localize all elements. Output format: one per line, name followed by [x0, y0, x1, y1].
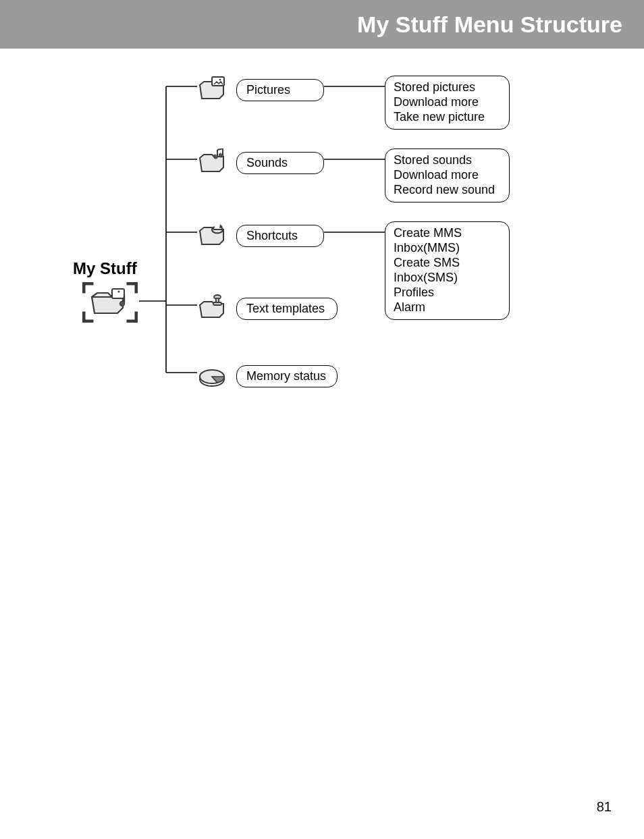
- menu-structure-diagram: My Stuff Pictures S: [0, 67, 644, 405]
- submenu-item: Take new picture: [394, 110, 501, 125]
- category-label: Sounds: [236, 152, 324, 174]
- svg-rect-0: [112, 289, 124, 298]
- submenu-item: Profiles: [394, 286, 501, 300]
- submenu-item: Stored pictures: [394, 80, 501, 95]
- svg-point-5: [214, 155, 217, 159]
- category-label: Shortcuts: [236, 225, 324, 247]
- submenu-item: Download more: [394, 95, 501, 110]
- submenu-item: Record new sound: [394, 183, 501, 198]
- my-stuff-icon: [82, 282, 138, 323]
- folder-arrow-icon: [197, 221, 230, 250]
- category-label: Text templates: [236, 298, 338, 320]
- folder-music-icon: [197, 148, 230, 177]
- submenu-item: Create MMS: [394, 226, 501, 241]
- category-memory-status: Memory status: [197, 362, 338, 390]
- submenu-sounds: Stored sounds Download more Record new s…: [385, 148, 510, 202]
- svg-point-1: [118, 291, 120, 293]
- category-label: Pictures: [236, 79, 324, 101]
- submenu-item: Create SMS: [394, 256, 501, 271]
- category-text-templates: Text templates: [197, 294, 338, 323]
- submenu-shortcuts: Create MMS Inbox(MMS) Create SMS Inbox(S…: [385, 221, 510, 320]
- submenu-item: Inbox(SMS): [394, 271, 501, 286]
- page-title: My Stuff Menu Structure: [357, 11, 622, 38]
- submenu-item: Inbox(MMS): [394, 241, 501, 256]
- svg-point-2: [120, 302, 124, 306]
- category-label: Memory status: [236, 365, 338, 387]
- submenu-item: Alarm: [394, 300, 501, 315]
- folder-stamp-icon: [197, 294, 230, 323]
- category-sounds: Sounds: [197, 148, 324, 177]
- submenu-item: Download more: [394, 168, 501, 183]
- category-shortcuts: Shortcuts: [197, 221, 324, 250]
- svg-rect-9: [213, 302, 221, 305]
- submenu-item: Stored sounds: [394, 153, 501, 168]
- header-bar: My Stuff Menu Structure: [0, 0, 644, 49]
- root-label: My Stuff: [73, 259, 137, 278]
- svg-point-4: [219, 79, 221, 81]
- pie-chart-icon: [197, 362, 230, 390]
- svg-point-6: [219, 154, 223, 157]
- folder-photo-icon: [197, 76, 230, 104]
- submenu-pictures: Stored pictures Download more Take new p…: [385, 76, 510, 130]
- page-number: 81: [597, 799, 612, 815]
- category-pictures: Pictures: [197, 76, 324, 104]
